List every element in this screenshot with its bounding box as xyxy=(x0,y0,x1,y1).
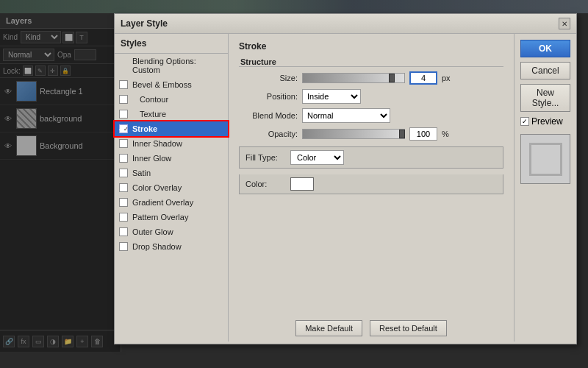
blend-mode-row: Blend Mode: Normal Dissolve Darken xyxy=(239,108,503,123)
make-default-button[interactable]: Make Default xyxy=(295,320,362,336)
inner-shadow-checkbox[interactable] xyxy=(119,139,128,148)
size-input[interactable] xyxy=(409,71,437,85)
contour-label: Contour xyxy=(140,95,168,104)
preview-row: Preview xyxy=(520,116,570,127)
inner-glow-checkbox[interactable] xyxy=(119,154,128,163)
bevel-emboss-label: Bevel & Emboss xyxy=(132,80,192,89)
position-label: Position: xyxy=(239,92,298,101)
style-item-drop-shadow[interactable]: Drop Shadow xyxy=(115,239,228,254)
color-row: Color: xyxy=(239,174,503,194)
style-item-texture[interactable]: Texture xyxy=(115,107,228,121)
structure-title: Structure xyxy=(239,57,503,67)
ok-button[interactable]: OK xyxy=(520,40,570,57)
style-item-color-overlay[interactable]: Color Overlay xyxy=(115,180,228,195)
dialog-title: Layer Style xyxy=(121,18,168,29)
new-style-button[interactable]: New Style... xyxy=(520,84,570,112)
cancel-button[interactable]: Cancel xyxy=(520,62,570,79)
styles-panel: Styles Blending Options: Custom Bevel & … xyxy=(115,34,229,342)
close-button[interactable]: ✕ xyxy=(559,18,570,29)
blend-mode-label: Blend Mode: xyxy=(239,111,298,120)
dialog-bottom-buttons: Make Default Reset to Default xyxy=(236,320,506,336)
style-item-stroke[interactable]: ✓ Stroke xyxy=(115,121,228,136)
photoshop-background: Layers Kind Kind ⬜ T Normal Opa Lock: ⬜ … xyxy=(0,0,588,368)
inner-glow-label: Inner Glow xyxy=(132,154,171,163)
preview-area xyxy=(520,134,570,184)
texture-checkbox[interactable] xyxy=(119,110,128,118)
contour-checkbox[interactable] xyxy=(119,95,128,104)
dialog-body: Styles Blending Options: Custom Bevel & … xyxy=(115,34,576,342)
stroke-checkbox[interactable]: ✓ xyxy=(119,124,128,133)
dialog-buttons: OK Cancel New Style... Preview xyxy=(514,34,576,342)
color-swatch[interactable] xyxy=(290,177,314,191)
texture-label: Texture xyxy=(140,110,166,118)
section-title-stroke: Stroke xyxy=(239,41,503,52)
color-label: Color: xyxy=(245,180,286,188)
fill-type-row: Fill Type: Color Gradient Pattern xyxy=(239,146,503,169)
blending-options-label: Blending Options: Custom xyxy=(132,57,222,74)
settings-panel: Stroke Structure Size: px Position: Insi… xyxy=(229,34,514,342)
bevel-emboss-checkbox[interactable] xyxy=(119,80,128,89)
size-row: Size: px xyxy=(239,71,503,85)
gradient-overlay-label: Gradient Overlay xyxy=(132,198,193,207)
reset-to-default-button[interactable]: Reset to Default xyxy=(370,320,447,336)
color-overlay-checkbox[interactable] xyxy=(119,183,128,192)
outer-glow-checkbox[interactable] xyxy=(119,227,128,236)
inner-shadow-label: Inner Shadow xyxy=(132,139,182,148)
size-unit: px xyxy=(442,74,451,82)
satin-checkbox[interactable] xyxy=(119,169,128,177)
blend-mode-select[interactable]: Normal Dissolve Darken xyxy=(302,108,390,123)
style-item-blending-options[interactable]: Blending Options: Custom xyxy=(115,54,228,77)
style-item-inner-glow[interactable]: Inner Glow xyxy=(115,151,228,166)
style-item-contour[interactable]: Contour xyxy=(115,92,228,107)
style-item-bevel-emboss[interactable]: Bevel & Emboss xyxy=(115,77,228,92)
opacity-slider-thumb xyxy=(399,130,405,138)
opacity-slider[interactable] xyxy=(302,129,405,139)
style-item-inner-shadow[interactable]: Inner Shadow xyxy=(115,136,228,151)
fill-section: Fill Type: Color Gradient Pattern Color: xyxy=(239,146,503,194)
gradient-overlay-checkbox[interactable] xyxy=(119,198,128,207)
opacity-unit: % xyxy=(442,130,449,138)
color-overlay-label: Color Overlay xyxy=(132,183,182,192)
styles-header: Styles xyxy=(115,34,228,54)
size-label: Size: xyxy=(239,74,298,82)
drop-shadow-checkbox[interactable] xyxy=(119,242,128,251)
stroke-label: Stroke xyxy=(132,124,157,133)
style-item-outer-glow[interactable]: Outer Glow xyxy=(115,224,228,239)
size-slider[interactable] xyxy=(302,73,405,83)
opacity-label-stroke: Opacity: xyxy=(239,130,298,138)
position-select[interactable]: Inside Outside Center xyxy=(302,89,361,104)
fill-type-select[interactable]: Color Gradient Pattern xyxy=(290,150,344,165)
style-item-gradient-overlay[interactable]: Gradient Overlay xyxy=(115,195,228,210)
opacity-row: Opacity: % xyxy=(239,127,503,141)
pattern-overlay-checkbox[interactable] xyxy=(119,213,128,222)
position-row: Position: Inside Outside Center xyxy=(239,89,503,104)
fill-type-label: Fill Type: xyxy=(245,153,286,162)
dialog-titlebar: Layer Style ✕ xyxy=(115,14,576,34)
style-item-pattern-overlay[interactable]: Pattern Overlay xyxy=(115,210,228,224)
size-slider-thumb xyxy=(389,74,395,82)
style-item-satin[interactable]: Satin xyxy=(115,166,228,180)
satin-label: Satin xyxy=(132,169,151,177)
preview-checkbox[interactable] xyxy=(520,117,529,126)
layer-style-dialog: Layer Style ✕ Styles Blending Options: C… xyxy=(114,13,577,344)
preview-label: Preview xyxy=(531,116,563,127)
opacity-input-stroke[interactable] xyxy=(409,127,437,141)
pattern-overlay-label: Pattern Overlay xyxy=(132,213,188,222)
preview-box xyxy=(529,143,562,176)
outer-glow-label: Outer Glow xyxy=(132,227,173,236)
drop-shadow-label: Drop Shadow xyxy=(132,242,182,251)
